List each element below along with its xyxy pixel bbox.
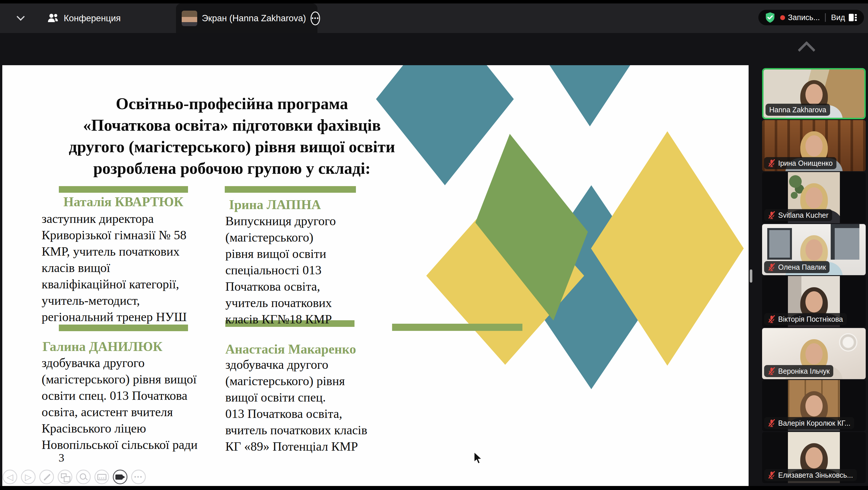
participant-tile[interactable]: Вероніка Ільчук: [762, 328, 866, 379]
mic-muted-icon: [768, 159, 775, 167]
participant-nameplate: Вероніка Ільчук: [764, 365, 833, 377]
person-face: [805, 395, 823, 416]
mic-muted-icon: [768, 211, 775, 219]
accent-bar: [59, 186, 188, 193]
mic-muted-icon: [768, 471, 775, 479]
mic-muted-icon: [768, 263, 775, 271]
slides-icon: [61, 473, 67, 478]
sidebar-scrollbar[interactable]: [750, 269, 752, 283]
participant-name: Вероніка Ільчук: [778, 367, 830, 375]
next-icon: [25, 472, 32, 482]
camera-icon: [115, 474, 123, 480]
participants-icon: [47, 13, 59, 23]
view-label: Вид: [831, 13, 845, 22]
participants-strip: Hanna Zakharova Ірина Онищенко: [762, 68, 866, 484]
participant-tile[interactable]: Олена Павлик: [762, 224, 866, 275]
view-layout-icon: [848, 13, 857, 22]
tab-shared-screen[interactable]: Экран (Hanna Zakharova) •••: [176, 3, 317, 33]
window-top-strip: [0, 0, 868, 3]
recording-indicator[interactable]: Запись...: [780, 13, 820, 22]
annotate-button[interactable]: [39, 470, 54, 484]
member-role: здобувачка другого (магістерського) рівн…: [42, 355, 225, 453]
accent-bar-long: [392, 324, 522, 331]
bottom-bar: [0, 486, 868, 490]
recording-label: Запись...: [788, 13, 820, 22]
prev-button[interactable]: [3, 470, 17, 484]
tab-conference[interactable]: Конференция: [40, 3, 128, 33]
security-shield-icon[interactable]: [765, 12, 775, 23]
member-role: Випускниця другого (магістерського) рівн…: [225, 213, 360, 327]
yellow-diamond-right: [591, 131, 744, 366]
person-face: [805, 447, 823, 468]
member-name: Ірина ЛАПІНА: [229, 197, 361, 212]
person-face: [805, 291, 823, 313]
person-face: [805, 187, 823, 208]
participant-name: Олена Павлик: [778, 263, 826, 271]
member-name: Анастасія Макаренко: [225, 342, 375, 357]
participant-nameplate: Svitlana Kucher: [764, 209, 832, 221]
slides-button[interactable]: [58, 470, 72, 484]
mouse-cursor: [474, 452, 484, 464]
teal-diamond-top: [546, 65, 634, 126]
tab-conference-label: Конференция: [64, 13, 121, 24]
person-face: [805, 239, 823, 260]
meeting-window: Конференция Экран (Hanna Zakharova) ••• …: [0, 0, 868, 490]
annotate-icon: [42, 472, 51, 482]
divider: [825, 13, 826, 22]
tab-shared-screen-label: Экран (Hanna Zakharova): [202, 13, 306, 24]
more-button[interactable]: [131, 470, 146, 484]
participant-tile[interactable]: Елизавета Зіньковсь...: [762, 432, 866, 483]
participant-name: Hanna Zakharova: [769, 106, 826, 114]
notes-icon: [97, 474, 106, 480]
participant-name: Ірина Онищенко: [778, 159, 833, 168]
shared-slide: Освітньо-професійна програма «Початкова …: [2, 65, 749, 486]
document-toolbar: [2, 470, 146, 484]
participant-tile[interactable]: Svitlana Kucher: [762, 172, 866, 223]
person-face: [805, 84, 823, 105]
person-face: [805, 135, 823, 156]
next-button[interactable]: [21, 470, 36, 484]
prev-icon: [7, 472, 13, 482]
collapse-videos-chevron-icon[interactable]: [798, 41, 815, 59]
member-name: Наталія КВАРТЮК: [59, 195, 188, 209]
top-bar: Конференция Экран (Hanna Zakharova) ••• …: [0, 0, 868, 33]
mic-muted-icon: [768, 419, 775, 427]
participant-name: Вікторія Постнікова: [778, 315, 843, 323]
slide-page-number: 3: [59, 451, 64, 464]
slide-title: Освітньо-професійна програма «Початкова …: [25, 93, 439, 179]
member-role: здобувачка другого (магістерського) рівн…: [225, 356, 403, 455]
participant-nameplate: Hanna Zakharova: [766, 104, 830, 116]
participant-tile[interactable]: Вікторія Постнікова: [762, 276, 866, 327]
mic-muted-icon: [768, 315, 775, 323]
participant-nameplate: Елизавета Зіньковсь...: [764, 469, 857, 481]
meeting-controls: Запись... Вид: [758, 10, 864, 25]
accent-bar: [225, 186, 356, 193]
member-name: Галина ДАНИЛЮК: [42, 339, 192, 354]
view-button[interactable]: Вид: [831, 13, 857, 22]
notes-button[interactable]: [94, 470, 109, 484]
collapse-window-chevron-icon[interactable]: [17, 12, 25, 21]
zoom-button[interactable]: [76, 470, 91, 484]
participant-tile[interactable]: Валерія Королюк КГ...: [762, 380, 866, 431]
recording-dot-icon: [780, 15, 785, 20]
camera-button[interactable]: [113, 470, 127, 484]
participant-nameplate: Олена Павлик: [764, 261, 830, 273]
avatar: [182, 11, 197, 26]
zoom-icon: [79, 473, 88, 481]
participant-nameplate: Вікторія Постнікова: [764, 313, 847, 325]
participant-name: Валерія Королюк КГ...: [778, 419, 850, 427]
mic-muted-icon: [768, 367, 775, 375]
participant-tile[interactable]: Hanna Zakharova: [762, 68, 866, 119]
participant-nameplate: Валерія Королюк КГ...: [764, 417, 854, 429]
participant-name: Елизавета Зіньковсь...: [778, 471, 853, 479]
tab-more-icon[interactable]: •••: [311, 11, 320, 25]
person-face: [805, 343, 823, 365]
participant-name: Svitlana Kucher: [778, 211, 828, 220]
accent-bar: [59, 324, 188, 331]
participant-nameplate: Ірина Онищенко: [764, 157, 836, 169]
more-icon: [134, 473, 143, 480]
participant-tile[interactable]: Ірина Онищенко: [762, 120, 866, 171]
member-role: заступник директора Криворізької гімназі…: [42, 210, 220, 325]
